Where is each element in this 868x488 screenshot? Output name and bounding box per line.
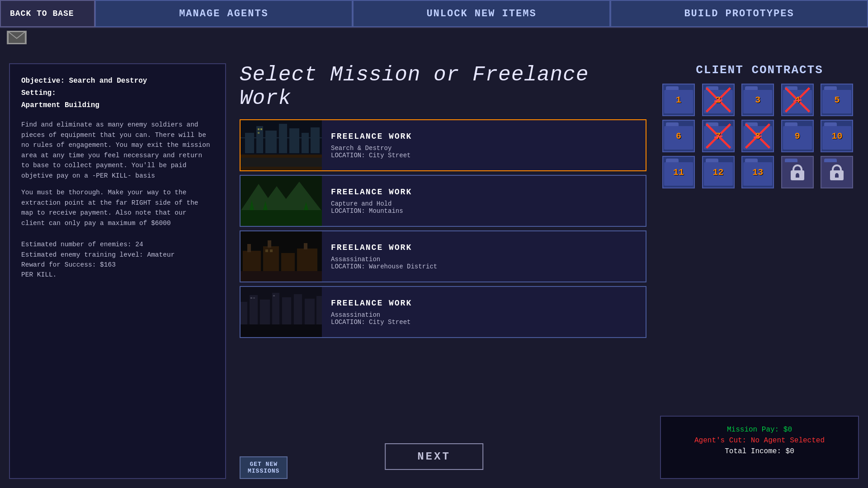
- svg-rect-31: [241, 271, 322, 282]
- contract-item-13[interactable]: 13: [741, 156, 774, 188]
- mission-type-4: Assassination: [331, 311, 412, 319]
- svg-rect-7: [289, 128, 299, 153]
- objective-line3: Apartment Building: [21, 100, 214, 111]
- manage-agents-button[interactable]: MANAGE AGENTS: [95, 0, 353, 27]
- svg-rect-26: [281, 253, 295, 273]
- svg-rect-42: [316, 296, 322, 327]
- svg-rect-3: [245, 133, 254, 153]
- mission-location-1: LOCATION: City Street: [331, 152, 412, 159]
- lock-body: [830, 170, 844, 180]
- mission-card-4[interactable]: FREELANCE WORK Assassination LOCATION: C…: [240, 286, 646, 338]
- svg-rect-38: [272, 293, 279, 327]
- contract-item-12[interactable]: 12: [702, 156, 735, 188]
- stat-reward: Reward for Success: $163: [21, 260, 214, 270]
- mission-type-2: Capture and Hold: [331, 200, 412, 207]
- mail-icon-container[interactable]: [7, 31, 29, 49]
- lock-icon: [791, 164, 804, 180]
- contract-item-10[interactable]: 10: [821, 120, 853, 152]
- card-info-4: FREELANCE WORK Assassination LOCATION: C…: [322, 287, 421, 337]
- mission-card-2[interactable]: FREELANCE WORK Capture and Hold LOCATION…: [240, 175, 646, 227]
- contract-item-2[interactable]: 2: [702, 84, 735, 116]
- mission-location-3: LOCATION: Warehouse District: [331, 263, 437, 270]
- svg-rect-41: [305, 299, 315, 327]
- contract-number: 5: [834, 95, 840, 105]
- mission-location-4: LOCATION: City Street: [331, 319, 412, 326]
- mission-card-1[interactable]: FREELANCE WORK Search & Destroy LOCATION…: [240, 119, 646, 171]
- contract-item-14[interactable]: [781, 156, 814, 188]
- svg-rect-13: [260, 128, 262, 130]
- contract-item-15[interactable]: [821, 156, 853, 188]
- svg-rect-27: [297, 249, 317, 273]
- objective-line1: Objective: Search and Destroy: [21, 75, 214, 87]
- mission-label-2: FREELANCE WORK: [331, 188, 412, 197]
- stat-training: Estimated enemy training level: Amateur: [21, 250, 214, 260]
- mission-location-2: LOCATION: Mountains: [331, 207, 412, 215]
- client-contracts-title: CLIENT CONTRACTS: [660, 63, 859, 77]
- build-prototypes-button[interactable]: BUILD PROTOTYPES: [610, 0, 868, 27]
- svg-rect-43: [241, 324, 322, 337]
- svg-rect-6: [279, 124, 287, 153]
- center-panel: Select Mission or Freelance Work: [226, 63, 660, 479]
- mail-icon[interactable]: [7, 31, 27, 44]
- mission-image-4: [241, 287, 322, 337]
- mission-label-1: FREELANCE WORK: [331, 132, 412, 141]
- top-nav: Back to Base MANAGE AGENTS UNLOCK NEW IT…: [0, 0, 868, 28]
- back-to-base-button[interactable]: Back to Base: [0, 0, 95, 27]
- contract-number: 1: [676, 95, 681, 105]
- mission-description2: You must be thorough. Make your way to t…: [21, 188, 214, 228]
- contract-number: 4: [795, 95, 800, 105]
- objective-line2: Setting:: [21, 88, 214, 99]
- svg-rect-36: [250, 295, 258, 327]
- contract-item-1[interactable]: 1: [662, 84, 695, 116]
- contract-item-11[interactable]: 11: [662, 156, 695, 188]
- contract-number: 13: [752, 167, 763, 178]
- mission-type-3: Assassination: [331, 256, 437, 263]
- svg-rect-45: [253, 297, 255, 299]
- card-info-3: FREELANCE WORK Assassination LOCATION: W…: [322, 231, 446, 282]
- page-title: Select Mission or Freelance Work: [240, 63, 646, 110]
- lock-shackle: [832, 164, 842, 171]
- svg-rect-11: [241, 158, 322, 167]
- card-info-2: FREELANCE WORK Capture and Hold LOCATION…: [322, 176, 421, 226]
- stat-per-kill: PER KILL.: [21, 270, 214, 280]
- next-button-container: NEXT: [385, 443, 483, 470]
- svg-rect-46: [273, 295, 275, 296]
- svg-rect-29: [268, 240, 271, 248]
- svg-rect-24: [243, 251, 261, 273]
- contract-item-6[interactable]: 6: [662, 120, 695, 152]
- mission-label-4: FREELANCE WORK: [331, 299, 412, 308]
- contract-item-3[interactable]: 3: [741, 84, 774, 116]
- mission-image-3: [241, 231, 322, 282]
- contract-number: 11: [673, 167, 684, 178]
- unlock-new-items-button[interactable]: UNLOCK NEW ITEMS: [353, 0, 610, 27]
- svg-rect-28: [247, 244, 251, 252]
- mission-type-1: Search & Destroy: [331, 145, 412, 152]
- contract-item-8[interactable]: 8: [741, 120, 774, 152]
- mission-stats: Estimated number of enemies: 24 Estimate…: [21, 239, 214, 280]
- lock-hole: [835, 173, 839, 178]
- right-panel: CLIENT CONTRACTS 1 2: [660, 63, 859, 479]
- mission-card-3[interactable]: FREELANCE WORK Assassination LOCATION: W…: [240, 230, 646, 282]
- contract-item-4[interactable]: 4: [781, 84, 814, 116]
- contract-item-7[interactable]: 7: [702, 120, 735, 152]
- lock-shackle: [793, 164, 802, 171]
- income-panel: Mission Pay: $0 Agent's Cut: No Agent Se…: [660, 416, 859, 479]
- mission-description: Find and eliminate as many enemy soldier…: [21, 120, 214, 181]
- mission-pay: Mission Pay: $0: [670, 426, 849, 434]
- mission-label-3: FREELANCE WORK: [331, 243, 437, 252]
- svg-rect-44: [250, 297, 252, 299]
- get-new-missions-button[interactable]: GET NEWMISSIONS: [240, 456, 288, 479]
- mission-image-1: [241, 120, 322, 170]
- svg-rect-9: [311, 127, 320, 153]
- agent-cut: Agent's Cut: No Agent Selected: [670, 436, 849, 445]
- svg-rect-12: [258, 128, 259, 130]
- lock-hole: [796, 173, 799, 178]
- contract-number: 2: [716, 95, 721, 105]
- total-income: Total Income: $0: [670, 447, 849, 455]
- svg-rect-8: [302, 133, 309, 153]
- next-button[interactable]: NEXT: [385, 443, 483, 470]
- contract-item-5[interactable]: 5: [821, 84, 853, 116]
- contract-item-9[interactable]: 9: [781, 120, 814, 152]
- lock-icon: [830, 164, 844, 180]
- lock-body: [791, 170, 804, 180]
